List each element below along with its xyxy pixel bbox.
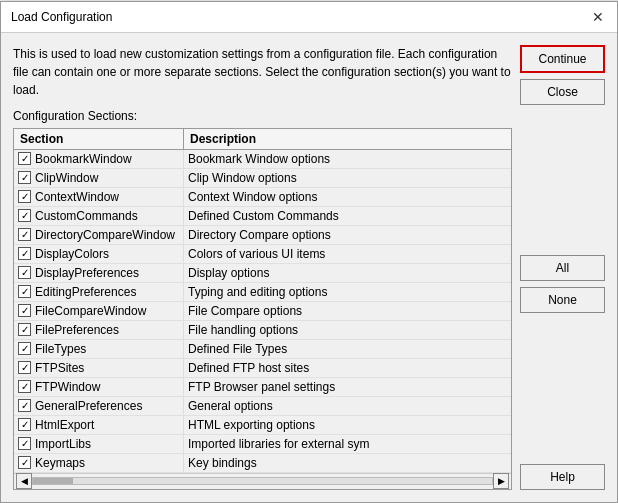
description-cell: Key bindings [184, 454, 511, 472]
description-cell: Defined FTP host sites [184, 359, 511, 377]
section-cell: FileCompareWindow [14, 302, 184, 320]
description-cell: Clip Window options [184, 169, 511, 187]
section-name: HtmlExport [35, 418, 94, 432]
close-icon[interactable]: ✕ [589, 8, 607, 26]
table-row[interactable]: FTPWindowFTP Browser panel settings [14, 378, 511, 397]
help-button[interactable]: Help [520, 464, 605, 490]
section-name: CustomCommands [35, 209, 138, 223]
description-cell: Typing and editing options [184, 283, 511, 301]
table-row[interactable]: DisplayColorsColors of various UI items [14, 245, 511, 264]
section-cell: HtmlExport [14, 416, 184, 434]
section-checkbox[interactable] [18, 285, 31, 298]
table-row[interactable]: FileCompareWindowFile Compare options [14, 302, 511, 321]
section-name: DisplayColors [35, 247, 109, 261]
section-checkbox[interactable] [18, 152, 31, 165]
section-name: BookmarkWindow [35, 152, 132, 166]
scroll-thumb [33, 478, 73, 484]
section-checkbox[interactable] [18, 266, 31, 279]
right-panel: Continue Close All None Help [520, 45, 605, 490]
table-row[interactable]: DirectoryCompareWindowDirectory Compare … [14, 226, 511, 245]
description-cell: Colors of various UI items [184, 245, 511, 263]
section-checkbox[interactable] [18, 190, 31, 203]
description-cell: FTP Browser panel settings [184, 378, 511, 396]
table-row[interactable]: FTPSitesDefined FTP host sites [14, 359, 511, 378]
table-row[interactable]: BookmarkWindowBookmark Window options [14, 150, 511, 169]
section-cell: ClipWindow [14, 169, 184, 187]
section-cell: BookmarkWindow [14, 150, 184, 168]
sections-table: Section Description BookmarkWindowBookma… [13, 128, 512, 490]
section-checkbox[interactable] [18, 247, 31, 260]
description-cell: File handling options [184, 321, 511, 339]
all-button[interactable]: All [520, 255, 605, 281]
section-name: EditingPreferences [35, 285, 136, 299]
section-checkbox[interactable] [18, 171, 31, 184]
section-checkbox[interactable] [18, 304, 31, 317]
section-checkbox[interactable] [18, 380, 31, 393]
section-checkbox[interactable] [18, 456, 31, 469]
table-row[interactable]: CustomCommandsDefined Custom Commands [14, 207, 511, 226]
section-cell: FTPWindow [14, 378, 184, 396]
title-bar: Load Configuration ✕ [1, 2, 617, 33]
description-cell: Defined File Types [184, 340, 511, 358]
section-cell: FileTypes [14, 340, 184, 358]
section-cell: GeneralPreferences [14, 397, 184, 415]
section-name: Keymaps [35, 456, 85, 470]
column-header-section: Section [14, 129, 184, 149]
section-name: FileCompareWindow [35, 304, 146, 318]
section-cell: Keymaps [14, 454, 184, 472]
none-button[interactable]: None [520, 287, 605, 313]
description-cell: Display options [184, 264, 511, 282]
table-row[interactable]: ClipWindowClip Window options [14, 169, 511, 188]
table-body: BookmarkWindowBookmark Window optionsCli… [14, 150, 511, 473]
section-name: DirectoryCompareWindow [35, 228, 175, 242]
table-row[interactable]: ContextWindowContext Window options [14, 188, 511, 207]
description-cell: Imported libraries for external sym [184, 435, 511, 453]
continue-button[interactable]: Continue [520, 45, 605, 73]
description-cell: Bookmark Window options [184, 150, 511, 168]
scroll-left-icon[interactable]: ◀ [16, 473, 32, 489]
table-row[interactable]: ImportLibsImported libraries for externa… [14, 435, 511, 454]
sections-label: Configuration Sections: [13, 109, 512, 123]
section-checkbox[interactable] [18, 418, 31, 431]
table-row[interactable]: FileTypesDefined File Types [14, 340, 511, 359]
description-cell: HTML exporting options [184, 416, 511, 434]
horizontal-scrollbar[interactable]: ◀ ▶ [14, 473, 511, 489]
column-header-description: Description [184, 129, 511, 149]
section-cell: DirectoryCompareWindow [14, 226, 184, 244]
description-cell: Context Window options [184, 188, 511, 206]
scroll-track[interactable] [32, 477, 493, 485]
section-checkbox[interactable] [18, 437, 31, 450]
table-row[interactable]: GeneralPreferencesGeneral options [14, 397, 511, 416]
section-name: FTPSites [35, 361, 84, 375]
dialog-body: This is used to load new customization s… [1, 33, 617, 502]
table-row[interactable]: KeymapsKey bindings [14, 454, 511, 473]
section-checkbox[interactable] [18, 209, 31, 222]
section-name: DisplayPreferences [35, 266, 139, 280]
description-cell: Defined Custom Commands [184, 207, 511, 225]
section-cell: CustomCommands [14, 207, 184, 225]
table-row[interactable]: DisplayPreferencesDisplay options [14, 264, 511, 283]
section-name: FilePreferences [35, 323, 119, 337]
section-cell: FTPSites [14, 359, 184, 377]
section-checkbox[interactable] [18, 361, 31, 374]
section-cell: DisplayPreferences [14, 264, 184, 282]
section-cell: ImportLibs [14, 435, 184, 453]
table-row[interactable]: EditingPreferencesTyping and editing opt… [14, 283, 511, 302]
close-button[interactable]: Close [520, 79, 605, 105]
description-text: This is used to load new customization s… [13, 45, 512, 99]
table-row[interactable]: HtmlExportHTML exporting options [14, 416, 511, 435]
section-cell: EditingPreferences [14, 283, 184, 301]
section-checkbox[interactable] [18, 228, 31, 241]
section-name: FileTypes [35, 342, 86, 356]
section-name: GeneralPreferences [35, 399, 142, 413]
table-header: Section Description [14, 129, 511, 150]
scroll-right-icon[interactable]: ▶ [493, 473, 509, 489]
section-checkbox[interactable] [18, 399, 31, 412]
section-checkbox[interactable] [18, 323, 31, 336]
description-cell: File Compare options [184, 302, 511, 320]
dialog-title: Load Configuration [11, 10, 112, 24]
section-name: ContextWindow [35, 190, 119, 204]
table-row[interactable]: FilePreferencesFile handling options [14, 321, 511, 340]
section-checkbox[interactable] [18, 342, 31, 355]
section-cell: DisplayColors [14, 245, 184, 263]
